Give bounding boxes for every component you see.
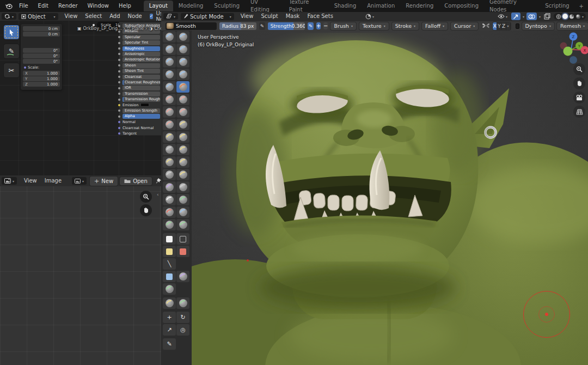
- collapse-arrow-icon[interactable]: ‹: [157, 192, 159, 197]
- brush-line-project[interactable]: ╲: [163, 258, 176, 270]
- rotation-field[interactable]: 0°: [23, 53, 60, 58]
- brush-rotate[interactable]: [176, 156, 189, 168]
- brush-box-trim[interactable]: [176, 246, 189, 257]
- brush-scale-tool[interactable]: ↗: [163, 324, 176, 336]
- node-socket-row[interactable]: Sheen Tint: [122, 69, 160, 74]
- brush-pinch[interactable]: [163, 119, 176, 130]
- shading-solid-icon[interactable]: [562, 14, 568, 19]
- socket-field-specular-tint[interactable]: Specular Tint: [122, 40, 160, 45]
- brush-move[interactable]: +: [163, 312, 176, 323]
- menu-face-sets[interactable]: Face Sets: [303, 12, 336, 21]
- socket-gray-icon[interactable]: [118, 99, 120, 101]
- breadcrumb-item[interactable]: Chekered_Matt...: [154, 26, 161, 31]
- symmetry-x-toggle[interactable]: X: [493, 22, 497, 30]
- brush-smooth[interactable]: [176, 81, 189, 93]
- chevron-down-icon[interactable]: ▾: [523, 15, 524, 19]
- radius-pressure-icon[interactable]: ✎: [259, 22, 265, 30]
- socket-field-sheen-tint[interactable]: Sheen Tint: [122, 69, 160, 74]
- tab-rendering[interactable]: Rendering: [400, 1, 439, 11]
- socket-gray-icon[interactable]: [118, 36, 120, 38]
- node-socket-row[interactable]: Anisotropic: [122, 52, 160, 57]
- brush-box-mask[interactable]: [163, 233, 176, 245]
- scale-field-y[interactable]: Y1.000: [23, 76, 60, 81]
- brush-transform[interactable]: ◎: [176, 324, 189, 336]
- menu-render[interactable]: Render: [53, 0, 83, 12]
- node-socket-row[interactable]: Anisotropic Rotation: [122, 57, 160, 62]
- node-socket-row[interactable]: Tangent: [122, 131, 160, 136]
- principled-bsdf-node[interactable]: Subsurface AnisotropMetallicSpecularSpec…: [119, 22, 161, 135]
- socket-gray-icon[interactable]: [118, 115, 120, 118]
- tab-shading[interactable]: Shading: [329, 1, 362, 11]
- blender-logo-icon[interactable]: [3, 2, 14, 10]
- brush-layer[interactable]: [176, 56, 189, 68]
- socket-field-clearcoat[interactable]: Clearcoat: [122, 75, 160, 80]
- brush-box-hide[interactable]: [176, 233, 189, 245]
- socket-field-roughness[interactable]: Roughness: [122, 46, 160, 51]
- node-socket-row[interactable]: Clearcoat Roughness: [122, 80, 160, 85]
- viewport-canvas[interactable]: User Perspective (6) OrkBoy_LP_Original …: [192, 31, 588, 365]
- socket-gray-icon[interactable]: [118, 53, 120, 55]
- socket-gray-icon[interactable]: [118, 42, 120, 44]
- menu-view[interactable]: View: [61, 12, 82, 21]
- shading-wireframe-icon[interactable]: [556, 14, 561, 19]
- cursor-dropdown[interactable]: Cursor▾: [451, 22, 478, 30]
- node-socket-row[interactable]: Clearcoat Normal: [122, 125, 160, 130]
- socket-yellow-icon[interactable]: [118, 104, 120, 106]
- brush-face-set-edit[interactable]: [163, 297, 176, 309]
- brush-simplify[interactable]: [176, 181, 189, 193]
- socket-field-transmission[interactable]: Transmission: [122, 92, 160, 96]
- editor-type-viewport-icon[interactable]: ▾: [163, 13, 178, 20]
- strength-slider[interactable]: Strength0.360: [268, 22, 305, 30]
- brush-multiplane-scrape[interactable]: [176, 106, 189, 118]
- tab-sculpting[interactable]: Sculpting: [209, 1, 245, 11]
- node-socket-row[interactable]: Specular Tint: [122, 40, 160, 45]
- brush-cloth-filter[interactable]: [176, 271, 189, 282]
- symmetry-more-dropdown[interactable]: ▾: [506, 22, 511, 30]
- node-socket-row[interactable]: Transmission: [122, 92, 160, 96]
- brush-multires-displacement-smear[interactable]: [176, 206, 189, 218]
- socket-gray-icon[interactable]: [118, 64, 120, 66]
- socket-purple-icon[interactable]: [118, 127, 120, 129]
- image-editor-canvas[interactable]: ‹: [0, 186, 161, 365]
- shading-material-icon[interactable]: [569, 14, 574, 19]
- xray-toggle[interactable]: [543, 13, 552, 20]
- socket-field-specular[interactable]: Specular: [122, 35, 160, 40]
- node-socket-row[interactable]: Transmission Rough: [122, 97, 160, 102]
- socket-field-sheen[interactable]: Sheen: [122, 63, 160, 68]
- menu-window[interactable]: Window: [83, 0, 114, 12]
- show-gizmos-toggle[interactable]: [511, 13, 520, 20]
- menu-help[interactable]: Help: [114, 0, 136, 12]
- remesh-dropdown[interactable]: Remesh▾: [557, 22, 588, 30]
- brush-elastic-deform[interactable]: [163, 131, 176, 143]
- brush-box-face-set[interactable]: [163, 246, 176, 257]
- chevron-down-icon[interactable]: ▾: [582, 15, 584, 19]
- menu-edit[interactable]: Edit: [33, 0, 53, 12]
- socket-field-transmission-rough[interactable]: Transmission Rough: [122, 97, 160, 102]
- tab-modeling[interactable]: Modeling: [173, 1, 209, 11]
- cut-links-tool[interactable]: ✂: [4, 63, 19, 77]
- socket-field-ior[interactable]: IOR: [122, 86, 160, 90]
- brush-snake-hook[interactable]: [176, 131, 189, 143]
- node-socket-row[interactable]: Clearcoat: [122, 75, 160, 80]
- node-socket-row[interactable]: Emission Strength: [122, 108, 160, 113]
- brush-clay-strips[interactable]: [176, 44, 189, 55]
- breadcrumb-item[interactable]: OrkBoy_LP_Orig...: [83, 26, 122, 31]
- node-socket-row[interactable]: Emission: [122, 102, 160, 107]
- show-overlays-toggle[interactable]: [526, 13, 537, 20]
- radius-slider[interactable]: Radius83 px: [219, 22, 256, 30]
- brush-color-filter[interactable]: [163, 283, 176, 295]
- brush-draw-sharp[interactable]: [176, 31, 189, 42]
- brush-mesh-filter[interactable]: [163, 271, 176, 282]
- node-socket-row[interactable]: Alpha: [122, 114, 160, 119]
- socket-gray-icon[interactable]: [118, 81, 120, 83]
- brush-clay[interactable]: [163, 44, 176, 55]
- menu-view[interactable]: View: [237, 12, 258, 21]
- menu-mask[interactable]: Mask: [282, 12, 304, 21]
- brush-smear[interactable]: [176, 219, 189, 230]
- dyntopo-dropdown[interactable]: Dyntopo▾: [522, 22, 554, 30]
- socket-field-anisotropic-rotation[interactable]: Anisotropic Rotation: [122, 57, 160, 62]
- socket-purple-icon[interactable]: [118, 121, 120, 123]
- menu-file[interactable]: File: [14, 0, 33, 12]
- node-socket-row[interactable]: Roughness: [122, 46, 160, 51]
- tab-compositing[interactable]: Compositing: [439, 1, 484, 11]
